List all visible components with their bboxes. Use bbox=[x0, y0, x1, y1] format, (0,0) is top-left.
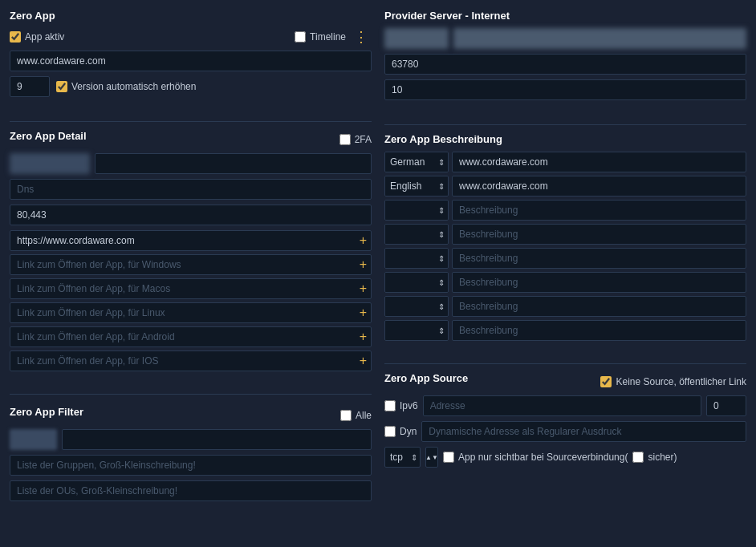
more-options-icon[interactable]: ⋮ bbox=[351, 28, 372, 46]
timeline-label: Timeline bbox=[310, 31, 346, 43]
tcp-select-container[interactable]: tcp udp bbox=[384, 447, 421, 468]
twofa-checkbox-label[interactable]: 2FA bbox=[339, 134, 372, 145]
filter-extra-input[interactable] bbox=[62, 429, 372, 450]
version-auto-label[interactable]: Version automatisch erhöhen bbox=[56, 81, 196, 92]
macos-plus-button[interactable]: + bbox=[360, 282, 367, 295]
dyn-label: Dyn bbox=[400, 426, 417, 437]
app-aktiv-checkbox-label[interactable]: App aktiv bbox=[10, 31, 64, 43]
timeout-input[interactable] bbox=[384, 79, 746, 100]
ipv6-checkbox[interactable] bbox=[384, 400, 396, 411]
tcp-select-dropdown[interactable]: tcp udp bbox=[384, 447, 421, 468]
lang-select-dropdown-7[interactable] bbox=[385, 297, 448, 316]
android-link-input[interactable] bbox=[10, 326, 372, 347]
lang-select-5[interactable] bbox=[384, 248, 449, 269]
alle-label: Alle bbox=[356, 410, 372, 421]
dynamic-address-input[interactable] bbox=[421, 421, 746, 442]
dyn-checkbox-label[interactable]: Dyn bbox=[384, 426, 417, 437]
dyn-checkbox[interactable] bbox=[384, 426, 396, 437]
sicher-text: sicher) bbox=[648, 452, 677, 463]
sicher-checkbox[interactable] bbox=[632, 452, 644, 463]
twofa-label: 2FA bbox=[355, 134, 372, 145]
beschreibung-5[interactable] bbox=[452, 248, 746, 269]
sicher-checkbox-label[interactable]: sicher) bbox=[632, 452, 677, 463]
beschreibung-7[interactable] bbox=[452, 296, 746, 317]
tcp-spinner[interactable]: ▲▼ bbox=[425, 447, 438, 468]
beschreibung-url-1[interactable] bbox=[452, 152, 746, 172]
linux-plus-button[interactable]: + bbox=[360, 306, 367, 319]
linux-link-input[interactable] bbox=[10, 302, 372, 323]
windows-link-input[interactable] bbox=[10, 254, 372, 275]
provider-server-title: Provider Server - Internet bbox=[384, 10, 746, 22]
app-aktiv-label: App aktiv bbox=[25, 31, 64, 43]
lang-select-7[interactable] bbox=[384, 296, 449, 317]
address-input[interactable] bbox=[423, 395, 701, 416]
ipv6-checkbox-label[interactable]: Ipv6 bbox=[384, 400, 418, 411]
ous-input[interactable] bbox=[10, 480, 372, 501]
version-input[interactable] bbox=[10, 76, 50, 97]
ios-plus-button[interactable]: + bbox=[360, 355, 367, 367]
zero-app-beschreibung-title: Zero App Beschreibung bbox=[384, 133, 746, 145]
lang-select-dropdown-2[interactable]: English German bbox=[385, 176, 448, 196]
https-plus-button[interactable]: + bbox=[360, 234, 367, 247]
keine-source-text: Keine Source, öffentlicher Link bbox=[616, 376, 746, 387]
app-sichtbar-checkbox-label[interactable]: App nur sichtbar bei Sourceverbindung( bbox=[443, 452, 628, 463]
port-input[interactable] bbox=[384, 54, 746, 75]
lang-select-dropdown-3[interactable] bbox=[385, 201, 448, 220]
twofa-checkbox[interactable] bbox=[339, 134, 351, 145]
lang-select-1[interactable]: German English bbox=[384, 152, 449, 172]
version-auto-text: Version automatisch erhöhen bbox=[71, 81, 196, 92]
lang-select-dropdown-5[interactable] bbox=[385, 249, 448, 268]
beschreibung-6[interactable] bbox=[452, 272, 746, 293]
alle-checkbox-label[interactable]: Alle bbox=[340, 410, 372, 421]
app-sichtbar-text: App nur sichtbar bei Sourceverbindung( bbox=[458, 452, 628, 463]
ios-link-input[interactable] bbox=[10, 350, 372, 371]
beschreibung-3[interactable] bbox=[452, 200, 746, 221]
address-number-input[interactable] bbox=[706, 395, 746, 416]
alle-checkbox[interactable] bbox=[340, 410, 352, 421]
dns-input[interactable] bbox=[10, 179, 372, 200]
lang-select-4[interactable] bbox=[384, 224, 449, 245]
lang-select-6[interactable] bbox=[384, 272, 449, 293]
windows-plus-button[interactable]: + bbox=[360, 258, 367, 271]
app-url-input[interactable] bbox=[10, 51, 372, 71]
timeline-checkbox-label[interactable]: Timeline bbox=[295, 31, 346, 43]
groups-input[interactable] bbox=[10, 455, 372, 476]
app-aktiv-checkbox[interactable] bbox=[10, 31, 21, 43]
keine-source-checkbox[interactable] bbox=[600, 376, 612, 387]
lang-select-3[interactable] bbox=[384, 200, 449, 221]
lang-select-dropdown-8[interactable] bbox=[385, 321, 448, 340]
lang-select-2[interactable]: English German bbox=[384, 176, 449, 197]
https-input[interactable] bbox=[10, 230, 372, 251]
lang-select-dropdown-1[interactable]: German English bbox=[385, 152, 448, 172]
app-sichtbar-checkbox[interactable] bbox=[443, 452, 454, 463]
keine-source-label[interactable]: Keine Source, öffentlicher Link bbox=[600, 376, 746, 387]
ipv6-label: Ipv6 bbox=[400, 400, 418, 411]
zero-app-filter-title: Zero App Filter bbox=[10, 406, 83, 418]
beschreibung-8[interactable] bbox=[452, 320, 746, 341]
detail-extra-input[interactable] bbox=[95, 153, 372, 174]
android-plus-button[interactable]: + bbox=[360, 330, 367, 343]
ports-input[interactable] bbox=[10, 205, 372, 225]
macos-link-input[interactable] bbox=[10, 278, 372, 299]
version-auto-checkbox[interactable] bbox=[56, 81, 67, 92]
beschreibung-url-2[interactable] bbox=[452, 176, 746, 197]
beschreibung-4[interactable] bbox=[452, 224, 746, 245]
lang-select-8[interactable] bbox=[384, 320, 449, 341]
zero-app-source-title: Zero App Source bbox=[384, 372, 468, 384]
zero-app-title: Zero App bbox=[10, 10, 372, 22]
lang-select-dropdown-6[interactable] bbox=[385, 273, 448, 292]
timeline-checkbox[interactable] bbox=[295, 31, 306, 43]
lang-select-dropdown-4[interactable] bbox=[385, 225, 448, 244]
zero-app-detail-title: Zero App Detail bbox=[10, 130, 87, 142]
